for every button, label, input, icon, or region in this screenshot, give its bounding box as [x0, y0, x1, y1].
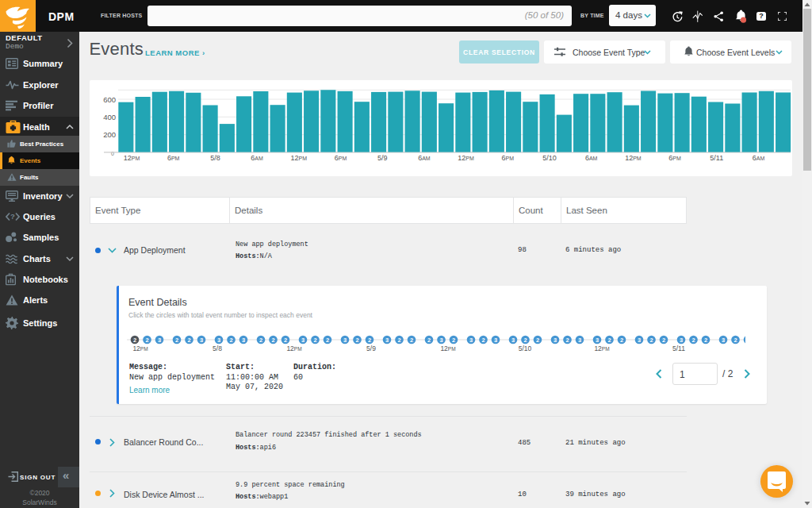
- svg-text:2: 2: [704, 337, 707, 344]
- svg-text:5/9: 5/9: [377, 154, 388, 162]
- svg-text:3: 3: [217, 337, 220, 344]
- svg-text:6AM: 6AM: [585, 154, 598, 162]
- svg-text:3: 3: [680, 337, 683, 344]
- svg-text:3: 3: [301, 337, 304, 344]
- svg-text:12PM: 12PM: [458, 154, 474, 162]
- svg-text:2: 2: [691, 337, 695, 344]
- svg-text:3: 3: [553, 337, 557, 344]
- svg-text:5/8: 5/8: [213, 344, 222, 352]
- svg-text:12PM: 12PM: [440, 344, 455, 352]
- svg-text:3: 3: [494, 337, 497, 344]
- svg-text:2: 2: [481, 337, 485, 344]
- svg-text:5/10: 5/10: [542, 154, 557, 162]
- svg-text:6AM: 6AM: [251, 154, 263, 162]
- svg-text:6PM: 6PM: [335, 154, 347, 162]
- svg-text:2: 2: [145, 337, 148, 344]
- svg-text:2: 2: [620, 337, 623, 344]
- svg-text:5/11: 5/11: [710, 154, 723, 162]
- svg-text:3: 3: [596, 337, 599, 344]
- svg-text:3: 3: [385, 337, 389, 344]
- svg-text:5/8: 5/8: [210, 154, 220, 162]
- svg-text:2: 2: [229, 337, 232, 344]
- svg-text:3: 3: [469, 337, 473, 344]
- svg-text:?: ?: [10, 212, 15, 221]
- svg-text:2: 2: [133, 337, 136, 344]
- svg-text:6AM: 6AM: [418, 154, 431, 162]
- svg-text:12PM: 12PM: [594, 344, 609, 352]
- svg-text:2: 2: [733, 337, 737, 344]
- svg-text:3: 3: [578, 337, 581, 344]
- svg-text:2: 2: [452, 337, 455, 344]
- svg-text:12PM: 12PM: [124, 154, 140, 162]
- svg-text:200: 200: [103, 130, 116, 139]
- svg-text:2: 2: [536, 337, 539, 344]
- svg-text:2: 2: [565, 337, 569, 344]
- svg-text:2: 2: [410, 337, 413, 344]
- svg-text:2: 2: [313, 337, 316, 344]
- svg-text:2: 2: [649, 337, 653, 344]
- svg-text:6PM: 6PM: [502, 154, 515, 162]
- svg-text:6AM: 6AM: [753, 154, 765, 162]
- svg-text:3: 3: [242, 337, 245, 344]
- svg-text:12PM: 12PM: [625, 154, 642, 162]
- svg-text:2: 2: [607, 337, 611, 344]
- svg-text:12PM: 12PM: [291, 154, 308, 162]
- svg-text:400: 400: [103, 113, 116, 121]
- svg-text:3: 3: [511, 337, 515, 344]
- svg-text:2: 2: [271, 337, 274, 344]
- svg-text:3: 3: [200, 337, 203, 344]
- svg-text:2: 2: [662, 337, 665, 344]
- svg-text:12PM: 12PM: [286, 344, 301, 352]
- svg-text:6PM: 6PM: [668, 154, 681, 162]
- svg-text:2: 2: [259, 337, 262, 344]
- svg-text:2: 2: [326, 337, 329, 344]
- svg-text:3: 3: [722, 337, 725, 344]
- svg-text:12PM: 12PM: [132, 344, 147, 352]
- svg-text:2: 2: [175, 337, 178, 344]
- svg-text:3: 3: [158, 337, 161, 344]
- svg-text:2: 2: [284, 337, 287, 344]
- svg-text:5/10: 5/10: [519, 344, 532, 352]
- svg-text:3: 3: [439, 337, 442, 344]
- svg-text:2: 2: [523, 337, 527, 344]
- svg-text:2: 2: [187, 337, 190, 344]
- svg-text:5/9: 5/9: [366, 344, 376, 352]
- svg-text:6PM: 6PM: [167, 154, 180, 162]
- svg-text:2: 2: [427, 337, 431, 344]
- svg-text:600: 600: [103, 95, 116, 104]
- svg-text:2: 2: [397, 337, 400, 344]
- svg-text:5/11: 5/11: [672, 344, 685, 352]
- svg-text:2: 2: [355, 337, 358, 344]
- svg-text:3: 3: [638, 337, 641, 344]
- svg-text:3: 3: [343, 337, 347, 344]
- svg-text:0: 0: [111, 151, 114, 156]
- svg-text:2: 2: [368, 337, 371, 344]
